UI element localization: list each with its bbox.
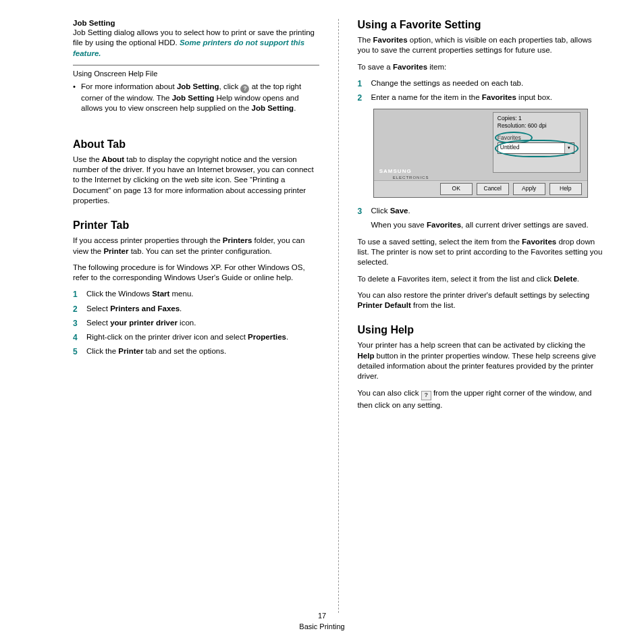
apply-button[interactable]: Apply [513, 183, 545, 195]
bullet-text: For more information about Job Setting, … [81, 82, 319, 114]
step-text: Click the Printer tab and set the option… [86, 346, 319, 357]
highlight-oval-dropdown [495, 140, 579, 157]
favorite-p4: To delete a Favorites item, select it fr… [358, 274, 604, 284]
step-number: 2 [358, 92, 371, 103]
step-number: 3 [73, 318, 86, 329]
ok-button[interactable]: OK [440, 183, 473, 195]
cancel-button[interactable]: Cancel [477, 183, 509, 195]
favorite-step-3: 3 Click Save. [358, 206, 604, 217]
favorites-dialog-screenshot: Copies: 1 Resolution: 600 dpi Favorites … [373, 109, 588, 198]
favorite-p3: To use a saved setting, select the item … [358, 237, 604, 268]
printer-tab-p1: If you access printer properties through… [73, 236, 319, 257]
t: tab. You can set the printer configurati… [128, 247, 271, 255]
t: Favorites [427, 221, 461, 229]
using-help-p1: Your printer has a help screen that can … [358, 340, 604, 381]
t: Delete [554, 275, 577, 283]
step-number: 4 [73, 332, 86, 343]
dialog-button-row: OK Cancel Apply Help [374, 180, 587, 197]
step-text: Enter a name for the item in the Favorit… [371, 92, 604, 103]
page-number: 17 [0, 611, 644, 621]
copies-label: Copies: 1 [498, 115, 522, 122]
separator [73, 65, 319, 65]
list-item: 2Enter a name for the item in the Favori… [358, 92, 604, 103]
step-number: 5 [73, 346, 86, 357]
t: You can also click [358, 389, 421, 397]
step-text: Select Printers and Faxes. [86, 304, 319, 315]
t: About [102, 155, 124, 163]
step-number: 1 [358, 78, 371, 89]
list-item: 4Right-click on the printer driver icon … [73, 332, 319, 343]
using-help-p2: You can also click ? from the upper righ… [358, 388, 604, 410]
step-number: 2 [73, 304, 86, 315]
list-item: 1Change the settings as needed on each t… [358, 78, 604, 89]
step-number: 1 [73, 289, 86, 300]
t: Save [390, 207, 408, 215]
t: , all current driver settings are saved. [461, 221, 589, 229]
t: Job Setting [172, 94, 215, 102]
brand-logo: SAMSUNG [379, 168, 412, 174]
list-item: 1Click the Windows Start menu. [73, 289, 319, 300]
t: Printers [223, 236, 252, 244]
favorite-p2: To save a Favorites item: [358, 62, 604, 72]
step-number: 3 [358, 206, 371, 217]
about-tab-heading: About Tab [73, 138, 319, 151]
t: To delete a Favorites item, select it fr… [358, 275, 554, 283]
t: Click [371, 207, 390, 215]
printer-tab-heading: Printer Tab [73, 219, 319, 232]
section-title: Basic Printing [0, 622, 644, 632]
bullet-dot: • [73, 82, 81, 114]
printer-tab-p2: The following procedure is for Windows X… [73, 263, 319, 284]
t: . [408, 207, 410, 215]
help-icon: ? [240, 84, 249, 93]
step-text: Click the Windows Start menu. [86, 289, 319, 300]
brand-sub: ELECTRONICS [393, 176, 429, 180]
list-item: 3 Click Save. [358, 206, 604, 217]
job-setting-heading: Job Setting [73, 19, 319, 27]
onscreen-help-subhead: Using Onscreen Help File [73, 70, 319, 78]
t: Favorites [522, 238, 556, 246]
list-item: 5Click the Printer tab and set the optio… [73, 346, 319, 357]
t: Job Setting [252, 104, 294, 112]
t: item: [427, 63, 446, 71]
t: The [358, 36, 373, 44]
t: Favorites [373, 36, 408, 44]
page-footer: 17 Basic Printing [0, 611, 644, 632]
list-item: 2Select Printers and Faxes. [73, 304, 319, 315]
step-text: Change the settings as needed on each ta… [371, 78, 604, 89]
t: You can also restore the printer driver'… [358, 291, 590, 299]
favorite-heading: Using a Favorite Setting [358, 19, 604, 31]
t: For more information about [81, 82, 177, 90]
t: Printer [103, 247, 128, 255]
job-setting-body: Job Setting dialog allows you to select … [73, 28, 319, 59]
help-button[interactable]: Help [549, 183, 582, 195]
onscreen-help-bullet: • For more information about Job Setting… [73, 82, 319, 114]
resolution-label: Resolution: 600 dpi [498, 122, 547, 129]
t: . [294, 104, 296, 112]
t: Your printer has a help screen that can … [358, 341, 586, 349]
right-column: Using a Favorite Setting The Favorites o… [339, 19, 604, 613]
t: from the list. [411, 301, 456, 309]
left-column: Job Setting Job Setting dialog allows yo… [73, 19, 338, 613]
t: Help [358, 352, 375, 360]
t: Printer Default [358, 301, 411, 309]
t: If you access printer properties through… [73, 236, 223, 244]
about-tab-body: Use the About tab to display the copyrig… [73, 155, 319, 206]
favorite-p5: You can also restore the printer driver'… [358, 290, 604, 311]
t: To save a [358, 63, 393, 71]
t: . [577, 275, 579, 283]
t: Job Setting [177, 82, 219, 90]
step-text: Select your printer driver icon. [86, 318, 319, 329]
printer-steps: 1Click the Windows Start menu.2Select Pr… [73, 289, 319, 357]
question-icon: ? [421, 391, 431, 400]
using-help-heading: Using Help [358, 324, 604, 336]
list-item: 3Select your printer driver icon. [73, 318, 319, 329]
t: Favorites [393, 63, 427, 71]
step-text: Click Save. [371, 206, 604, 217]
favorite-p1: The Favorites option, which is visible o… [358, 35, 604, 56]
t: To use a saved setting, select the item … [358, 238, 522, 246]
page-columns: Job Setting Job Setting dialog allows yo… [0, 0, 644, 613]
dialog-side-panel: Copies: 1 Resolution: 600 dpi Favorites … [493, 112, 581, 173]
t: button in the printer properties window.… [358, 352, 596, 381]
favorite-step3-note: When you save Favorites, all current dri… [358, 220, 604, 230]
t: Use the [73, 155, 102, 163]
